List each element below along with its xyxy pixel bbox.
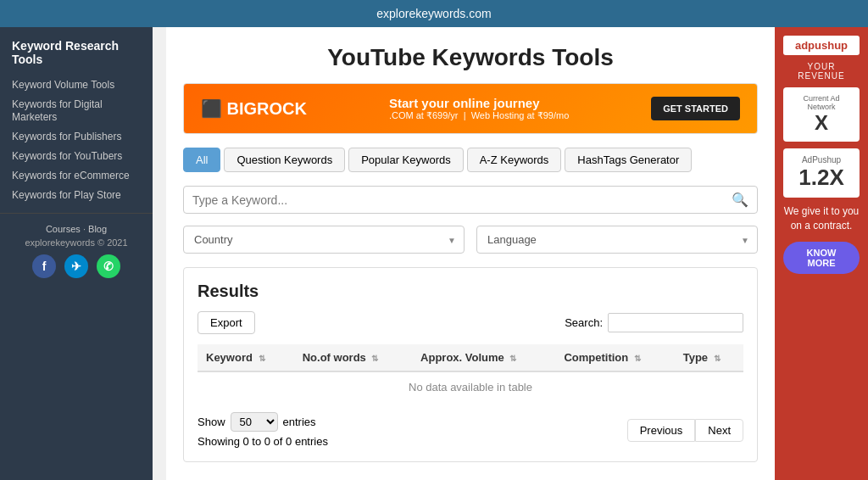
- facebook-icon[interactable]: f: [32, 254, 56, 278]
- banner-ad: ⬛ BIGROCK Start your online journey .COM…: [183, 83, 758, 134]
- search-input[interactable]: [192, 193, 732, 207]
- showing-text: Showing 0 to 0 of 0 entries: [198, 435, 328, 448]
- sort-words-icon[interactable]: ⇅: [371, 354, 378, 363]
- revenue-label: YOUR REVENUE: [783, 62, 860, 81]
- search-label-text: Search:: [565, 316, 603, 329]
- current-network-title: Current Ad Network: [790, 94, 853, 111]
- next-button[interactable]: Next: [695, 419, 743, 442]
- sidebar-item-publishers[interactable]: Keywords for Publishers: [0, 126, 153, 146]
- table-header-row: Keyword ⇅ No.of words ⇅ Approx. Volume ⇅: [198, 344, 743, 371]
- banner-tagline: Start your online journey: [389, 96, 569, 110]
- sidebar-item-keyword-volume[interactable]: Keyword Volume Tools: [0, 75, 153, 94]
- adpushup-multiplier-box: AdPushup 1.2X: [783, 148, 860, 198]
- tab-a-z-keywords[interactable]: A-Z Keywords: [467, 148, 562, 172]
- language-dropdown-wrap: Language: [476, 226, 758, 254]
- no-data-cell: No data available in table: [198, 371, 743, 402]
- telegram-icon[interactable]: ✈: [64, 254, 88, 278]
- courses-link[interactable]: Courses: [46, 224, 81, 234]
- country-dropdown-wrap: Country: [183, 226, 465, 254]
- banner-brand-area: ⬛ BIGROCK: [201, 98, 307, 119]
- sidebar-link-youtubers[interactable]: Keywords for YouTubers: [12, 150, 122, 162]
- sidebar-footer: Courses · Blog explorekeywords © 2021 f …: [0, 213, 153, 288]
- show-count-select[interactable]: 10 25 50 100: [231, 412, 278, 432]
- table-search-input[interactable]: [608, 313, 743, 332]
- show-entries: Show 10 25 50 100 entries: [198, 412, 328, 432]
- banner-text-area: Start your online journey .COM at ₹699/y…: [389, 96, 569, 121]
- country-dropdown[interactable]: Country: [183, 226, 465, 254]
- sidebar: Keyword Research Tools Keyword Volume To…: [0, 27, 153, 480]
- pagination: Previous Next: [627, 419, 743, 442]
- col-keyword: Keyword ⇅: [198, 344, 294, 371]
- sidebar-link-publishers[interactable]: Keywords for Publishers: [12, 131, 121, 142]
- dropdowns: Country Language: [183, 226, 758, 254]
- sidebar-title: Keyword Research Tools: [0, 39, 153, 75]
- sidebar-item-ecommerce[interactable]: Keywords for eCommerce: [0, 165, 153, 185]
- results-section: Results Export Search: Keyword ⇅: [183, 267, 758, 462]
- table-search-area: Search:: [565, 313, 743, 332]
- current-network-box: Current Ad Network X: [783, 87, 860, 142]
- sidebar-link-digital-marketers[interactable]: Keywords for Digital Marketers: [12, 98, 103, 123]
- showing-info: Show 10 25 50 100 entries Showing 0 to 0…: [198, 412, 328, 448]
- results-table: Keyword ⇅ No.of words ⇅ Approx. Volume ⇅: [198, 344, 743, 402]
- sidebar-item-play-store[interactable]: Keywords for Play Store: [0, 185, 153, 204]
- search-icon[interactable]: 🔍: [732, 192, 748, 208]
- sort-competition-icon[interactable]: ⇅: [634, 354, 641, 363]
- sidebar-nav: Keyword Volume ToolsKeywords for Digital…: [0, 75, 153, 204]
- sort-type-icon[interactable]: ⇅: [714, 354, 721, 363]
- tab-popular-keywords[interactable]: Popular Keywords: [348, 148, 464, 172]
- sidebar-link-keyword-volume[interactable]: Keyword Volume Tools: [12, 79, 114, 91]
- table-footer: Show 10 25 50 100 entries Showing 0 to 0…: [198, 412, 743, 448]
- ad-tagline: We give it to you on a contract.: [783, 204, 860, 233]
- results-toolbar: Export Search:: [198, 311, 743, 334]
- main-content: YouTube Keywords Tools ⬛ BIGROCK Start y…: [166, 27, 775, 480]
- ad-right: adpushup YOUR REVENUE Current Ad Network…: [775, 27, 868, 480]
- social-icons: f ✈ ✆: [10, 254, 142, 278]
- sidebar-item-digital-marketers[interactable]: Keywords for Digital Marketers: [0, 94, 153, 126]
- adpushup-logo: adpushup: [783, 36, 860, 55]
- banner-sub: .COM at ₹699/yr | Web Hosting at ₹99/mo: [389, 110, 569, 121]
- search-bar: 🔍: [183, 186, 758, 214]
- no-data-row: No data available in table: [198, 371, 743, 402]
- sort-keyword-icon[interactable]: ⇅: [259, 354, 265, 363]
- site-title: explorekeywords.com: [376, 7, 491, 20]
- whatsapp-icon[interactable]: ✆: [97, 254, 120, 278]
- tab-question-keywords[interactable]: Question Keywords: [224, 148, 345, 172]
- know-more-button[interactable]: KNOW MORE: [783, 242, 860, 274]
- col-words: No.of words ⇅: [294, 344, 412, 371]
- page-title: YouTube Keywords Tools: [183, 44, 758, 71]
- top-header: explorekeywords.com: [0, 0, 868, 27]
- banner-brand: ⬛ BIGROCK: [201, 98, 307, 119]
- col-volume: Approx. Volume ⇅: [412, 344, 555, 371]
- sidebar-link-play-store[interactable]: Keywords for Play Store: [12, 189, 121, 201]
- banner-cta[interactable]: GET STARTED: [651, 97, 740, 120]
- tab-all[interactable]: All: [183, 148, 220, 172]
- results-title: Results: [198, 282, 743, 301]
- col-competition: Competition ⇅: [555, 344, 674, 371]
- col-type: Type ⇅: [675, 344, 743, 371]
- entries-label: entries: [283, 416, 316, 428]
- adpushup-label: AdPushup: [790, 155, 853, 165]
- sidebar-item-youtubers[interactable]: Keywords for YouTubers: [0, 146, 153, 165]
- copyright: explorekeywords © 2021: [10, 237, 142, 248]
- show-label: Show: [198, 416, 225, 428]
- previous-button[interactable]: Previous: [627, 419, 696, 442]
- sort-volume-icon[interactable]: ⇅: [509, 354, 516, 363]
- left-ad-panel: [153, 27, 166, 480]
- tabs-container: AllQuestion KeywordsPopular KeywordsA-Z …: [183, 148, 758, 172]
- sidebar-link-ecommerce[interactable]: Keywords for eCommerce: [12, 170, 130, 181]
- current-network-value: X: [790, 111, 853, 135]
- multiplier-value: 1.2X: [790, 165, 853, 191]
- language-dropdown[interactable]: Language: [476, 226, 758, 254]
- export-button[interactable]: Export: [198, 311, 255, 334]
- sidebar-nav-list: Keyword Volume ToolsKeywords for Digital…: [0, 75, 153, 204]
- tab-hashtags-generator[interactable]: HashTags Generator: [565, 148, 692, 172]
- blog-link[interactable]: Blog: [88, 224, 107, 234]
